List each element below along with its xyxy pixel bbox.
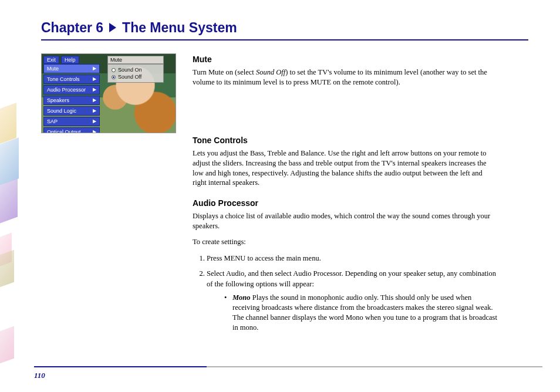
accent-stripe [0, 137, 19, 185]
exit-chip: Exit [43, 56, 59, 64]
section-heading-mute: Mute [193, 55, 498, 64]
help-chip: Help [61, 56, 79, 64]
section-heading-tone: Tone Controls [193, 136, 498, 145]
step-1: Press MENU to access the main menu. [207, 253, 498, 263]
chevron-right-icon: ▶ [93, 76, 96, 82]
panel-body: Sound On Sound Off [107, 64, 164, 83]
option-mono: Mono Plays the sound in monophonic audio… [224, 293, 498, 333]
radio-label: Sound Off [118, 74, 141, 80]
chapter-label: Chapter 6 [41, 20, 103, 36]
radio-label: Sound On [118, 67, 142, 73]
chapter-title: Chapter 6 The Menu System [41, 20, 528, 40]
chevron-right-icon: ▶ [93, 66, 96, 71]
accent-stripe [0, 103, 16, 144]
radio-icon-selected [112, 75, 116, 79]
side-menu: Mute▶ Tone Controls▶ Audio Processor▶ Sp… [43, 64, 100, 133]
accent-stripe [0, 179, 18, 224]
screenshot-topbar: Exit Help [43, 56, 79, 64]
audio-steps: Press MENU to access the main menu. Sele… [207, 253, 498, 333]
figure-column: Exit Help Mute Sound On Sound Off Mute▶ [41, 53, 176, 337]
mute-paragraph: Turn Mute on (select Sound Off) to set t… [193, 67, 498, 87]
chevron-right-icon: ▶ [93, 108, 96, 113]
chevron-right-icon: ▶ [93, 97, 96, 103]
menu-item: Audio Processor▶ [43, 85, 100, 94]
menu-item: Speakers▶ [43, 96, 100, 105]
menu-item: Optical Output▶ [43, 127, 100, 133]
audio-paragraph-1: Displays a choice list of available audi… [193, 211, 498, 231]
chapter-name: The Menu System [122, 20, 237, 36]
chevron-right-icon: ▶ [93, 119, 96, 124]
accent-stripe [0, 326, 14, 364]
tv-menu-screenshot: Exit Help Mute Sound On Sound Off Mute▶ [41, 53, 176, 133]
radio-option: Sound Off [108, 73, 163, 80]
content-row: Exit Help Mute Sound On Sound Off Mute▶ [41, 53, 528, 337]
section-heading-audio: Audio Processor [193, 198, 498, 208]
text-column: Mute Turn Mute on (select Sound Off) to … [193, 53, 498, 337]
radio-option: Sound On [108, 66, 163, 73]
spacer [193, 93, 498, 134]
page-number: 110 [34, 371, 45, 380]
menu-item: Mute▶ [43, 64, 100, 73]
audio-options: Mono Plays the sound in monophonic audio… [224, 293, 498, 333]
menu-item: SAP▶ [43, 117, 100, 126]
footer-rule [34, 366, 542, 367]
menu-item: Tone Controls▶ [43, 75, 100, 84]
chevron-right-icon: ▶ [93, 87, 96, 92]
accent-stripe [0, 250, 14, 288]
tone-paragraph: Lets you adjust the Bass, Treble and Bal… [193, 148, 498, 188]
triangle-icon [109, 23, 116, 32]
chevron-right-icon: ▶ [93, 129, 96, 133]
menu-item: Sound Logic▶ [43, 106, 100, 116]
panel-title: Mute [107, 56, 164, 64]
audio-paragraph-2: To create settings: [193, 237, 498, 247]
manual-page: Chapter 6 The Menu System Exit Help Mute… [0, 0, 560, 392]
step-2: Select Audio, and then select Audio Proc… [207, 268, 498, 333]
radio-icon [112, 68, 116, 72]
